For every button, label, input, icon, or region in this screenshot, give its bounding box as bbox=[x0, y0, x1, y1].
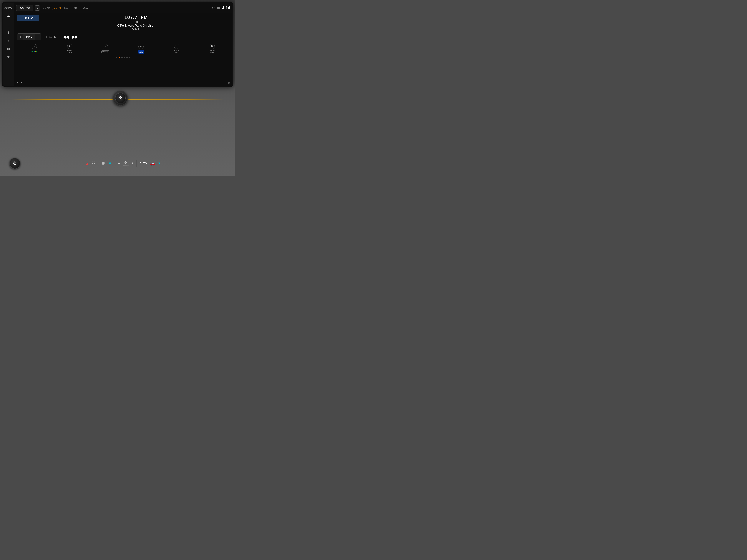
auto-label: AUTO bbox=[139, 162, 147, 165]
seek-next-button[interactable]: ▶▶ bbox=[72, 35, 78, 39]
station-song: O'Reilly Auto Parts Oh-oh-oh bbox=[43, 24, 229, 27]
top-bar: Source ‹ AM bbox=[14, 3, 232, 13]
dot-1[interactable] bbox=[116, 57, 118, 58]
preset-9[interactable]: 9 highway bbox=[88, 44, 123, 54]
dot-3[interactable] bbox=[121, 57, 123, 58]
sidebar-icon-home[interactable]: ⌂ bbox=[5, 21, 12, 28]
preset-7-logo: eᴬGLeS bbox=[31, 50, 37, 54]
sidebar-icon-circle[interactable]: ◉ bbox=[5, 13, 12, 20]
auto-button[interactable]: AUTO bbox=[139, 162, 147, 165]
defrost-front-button[interactable]: ▦ bbox=[102, 161, 105, 165]
power-icon: ⏻ bbox=[13, 161, 17, 165]
source-fm[interactable]: FM bbox=[52, 5, 62, 10]
preset-10-number[interactable]: 10 bbox=[138, 44, 144, 49]
fan-speed-button[interactable]: ✤ ON/OFF bbox=[123, 160, 129, 167]
preset-8[interactable]: 8 Hold toSave bbox=[53, 44, 87, 54]
temp-down-icon: ▼ bbox=[108, 161, 112, 165]
control-divider-1 bbox=[99, 160, 99, 167]
fan-icon: ✤ bbox=[124, 160, 127, 164]
station-info: 107.7 FM TH O'Reilly Auto Parts Oh-oh-oh… bbox=[43, 15, 229, 31]
tune-next-button[interactable]: › bbox=[35, 33, 41, 40]
tune-label: TUNE bbox=[23, 33, 35, 40]
dot-6[interactable] bbox=[129, 57, 130, 58]
fm-info-row: FM List 107.7 FM TH O'Reilly Auto Parts … bbox=[17, 15, 229, 31]
temp-up-button[interactable]: ▲ bbox=[85, 161, 89, 165]
sidebar-icon-fan[interactable]: ✤ bbox=[5, 54, 12, 60]
dot-2-active[interactable] bbox=[119, 57, 120, 58]
seek-buttons: ◀◀ ▶▶ bbox=[63, 35, 78, 39]
page-dots bbox=[17, 56, 229, 59]
preset-12[interactable]: 12 Hold toSave bbox=[195, 44, 229, 54]
source-button[interactable]: Source bbox=[16, 5, 33, 11]
preset-9-logo: highway bbox=[101, 50, 109, 54]
station-artist: O'Reilly bbox=[43, 28, 229, 31]
source-bluetooth[interactable]: ✱ bbox=[73, 5, 78, 10]
main-content: Source ‹ AM bbox=[14, 3, 232, 86]
preset-8-label: Hold toSave bbox=[67, 50, 73, 54]
settings-icon[interactable]: ⚙ bbox=[212, 6, 215, 10]
volume-knob-inner: ⏻ VOL bbox=[115, 93, 126, 103]
cast-icon[interactable]: ⇄ bbox=[217, 6, 220, 10]
power-button-physical[interactable]: ⏻ bbox=[9, 158, 20, 169]
tune-group: ‹ TUNE › bbox=[17, 33, 41, 41]
preset-10-logo: FOXNEWS bbox=[138, 50, 144, 54]
source-nav-left[interactable]: ‹ bbox=[35, 5, 40, 10]
preset-12-label: Hold toSave bbox=[209, 50, 215, 54]
sidebar-icon-music[interactable]: ♪ bbox=[5, 37, 12, 44]
dashboard: CAMERA ◉ ⌂ ⬆ ♪ ☎ ✤ Source ‹ bbox=[0, 0, 235, 176]
preset-9-number[interactable]: 9 bbox=[103, 44, 108, 49]
seat-heat-icon-2[interactable]: ♫ bbox=[20, 81, 23, 85]
seat-heat-left: ♫ ♫ bbox=[16, 81, 23, 85]
defrost-front-icon: ▦ bbox=[102, 161, 105, 165]
vol-label: VOL bbox=[119, 99, 122, 101]
scan-dot bbox=[46, 36, 47, 38]
source-usb[interactable]: USB₁ bbox=[82, 6, 89, 10]
tune-prev-button[interactable]: ‹ bbox=[17, 33, 23, 40]
seat-heat-yellow-button[interactable]: 🚗 bbox=[150, 161, 155, 166]
sidebar-icon-nav[interactable]: ⬆ bbox=[5, 29, 12, 36]
dot-4[interactable] bbox=[124, 57, 125, 58]
temp-down-button[interactable]: ▼ bbox=[108, 161, 112, 165]
bottom-strip: ⏻ ▲ ⌇⌇ ▦ ▼ − ✤ ON/OFF bbox=[5, 156, 230, 171]
preset-10[interactable]: 10 FOXNEWS bbox=[124, 44, 158, 54]
presets-row: 7 eᴬGLeS 8 Hold toSave 9 bbox=[17, 43, 229, 55]
preset-7-number[interactable]: 7 bbox=[32, 44, 37, 49]
seek-prev-button[interactable]: ◀◀ bbox=[63, 35, 69, 39]
cool-down-button[interactable]: ▼ bbox=[158, 161, 161, 165]
minus-icon: − bbox=[118, 161, 120, 165]
control-divider-2 bbox=[115, 160, 115, 167]
seat-heat-yellow-icon: 🚗 bbox=[150, 161, 155, 166]
preset-11-label: Hold toSave bbox=[174, 50, 179, 54]
source-am[interactable]: AM bbox=[42, 6, 51, 10]
plus-icon: + bbox=[132, 161, 134, 165]
power-symbol: ⏻ bbox=[119, 96, 122, 99]
preset-11[interactable]: 11 Hold toSave bbox=[159, 44, 194, 54]
source-sxm[interactable]: SXM bbox=[63, 6, 70, 10]
fan-minus-button[interactable]: − bbox=[118, 161, 120, 165]
fan-on-off-label: ON/OFF bbox=[123, 165, 129, 167]
dot-5[interactable] bbox=[126, 57, 128, 58]
radio-content: FM List 107.7 FM TH O'Reilly Auto Parts … bbox=[14, 13, 232, 81]
sidebar: CAMERA ◉ ⌂ ⬆ ♪ ☎ ✤ bbox=[3, 3, 14, 86]
seat-cool-icon[interactable]: ♫ bbox=[228, 81, 230, 85]
bottom-controls: ▲ ⌇⌇ ▦ ▼ − ✤ ON/OFF + bbox=[20, 160, 226, 167]
defrost-rear-button[interactable]: ⌇⌇ bbox=[92, 161, 96, 166]
top-bar-right: ⚙ ⇄ 4:14 bbox=[212, 5, 230, 10]
preset-11-number[interactable]: 11 bbox=[174, 44, 179, 49]
station-tag: TH bbox=[43, 20, 229, 23]
station-frequency: 107.7 FM bbox=[43, 15, 229, 20]
preset-7[interactable]: 7 eᴬGLeS bbox=[17, 44, 52, 54]
fan-plus-button[interactable]: + bbox=[132, 161, 134, 165]
fm-list-button[interactable]: FM List bbox=[17, 15, 39, 21]
preset-12-number[interactable]: 12 bbox=[209, 44, 215, 49]
volume-knob[interactable]: ⏻ VOL bbox=[113, 91, 128, 106]
source-icons: AM FM SXM bbox=[42, 5, 210, 10]
sidebar-icon-phone[interactable]: ☎ bbox=[5, 46, 12, 52]
controls-separator bbox=[60, 34, 61, 39]
seat-cool-right: ♫ bbox=[228, 81, 230, 85]
main-screen: CAMERA ◉ ⌂ ⬆ ♪ ☎ ✤ Source ‹ bbox=[3, 3, 232, 86]
preset-8-number[interactable]: 8 bbox=[67, 44, 73, 49]
sidebar-icon-camera[interactable]: CAMERA bbox=[5, 5, 12, 11]
scan-button[interactable]: SCAN bbox=[43, 35, 58, 38]
seat-heat-icon-1[interactable]: ♫ bbox=[16, 81, 19, 85]
